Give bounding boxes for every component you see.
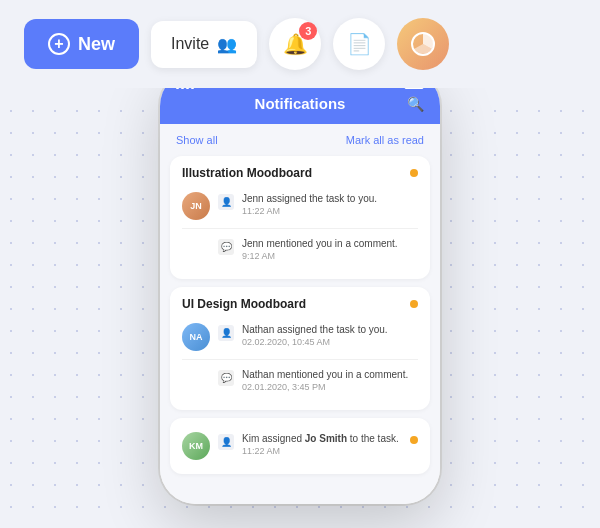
- notif-text: Nathan mentioned you in a comment.: [242, 368, 418, 381]
- notif-time: 02.01.2020, 3:45 PM: [242, 382, 418, 392]
- notification-badge: 3: [299, 22, 317, 40]
- avatar-placeholder: [182, 368, 210, 396]
- notif-text-area: Jenn assigned the task to you. 11:22 AM: [242, 192, 418, 216]
- invite-button[interactable]: Invite 👥: [151, 21, 257, 68]
- avatar-placeholder: [182, 237, 210, 265]
- show-all-link[interactable]: Show all: [176, 134, 218, 146]
- comment-icon: 💬: [218, 239, 234, 255]
- search-icon[interactable]: 🔍: [407, 96, 424, 112]
- toolbar: + New Invite 👥 🔔 3 📄: [0, 0, 600, 88]
- notif-text: Kim assigned Jo Smith to the task.: [242, 432, 402, 445]
- notif-text-area: Kim assigned Jo Smith to the task. 11:22…: [242, 432, 402, 456]
- invite-label: Invite: [171, 35, 209, 53]
- task-icon: 👤: [218, 325, 234, 341]
- notif-group-title-ui-design: UI Design Moodboard: [182, 297, 418, 311]
- notif-group-kim: KM 👤 Kim assigned Jo Smith to the task. …: [170, 418, 430, 474]
- notif-text: Jenn assigned the task to you.: [242, 192, 418, 205]
- notification-button[interactable]: 🔔 3: [269, 18, 321, 70]
- unread-dot: [410, 436, 418, 444]
- unread-dot: [410, 169, 418, 177]
- phone-nav: Notifications 🔍: [160, 89, 440, 124]
- phone-frame: ▲ Notifications ✦ 100% Notifications 🔍 S…: [160, 70, 440, 504]
- notif-divider: [182, 228, 418, 229]
- notif-text: Jenn mentioned you in a comment.: [242, 237, 418, 250]
- notif-time: 9:12 AM: [242, 251, 418, 261]
- notif-controls: Show all Mark all as read: [160, 124, 440, 152]
- comment-icon: 💬: [218, 370, 234, 386]
- notif-divider: [182, 359, 418, 360]
- task-icon: 👤: [218, 194, 234, 210]
- avatar-button[interactable]: [397, 18, 449, 70]
- notification-body: Show all Mark all as read Illustration M…: [160, 124, 440, 504]
- unread-dot: [410, 300, 418, 308]
- avatar-jenn: JN: [182, 192, 210, 220]
- document-button[interactable]: 📄: [333, 18, 385, 70]
- notif-text: Nathan assigned the task to you.: [242, 323, 418, 336]
- notif-group-ui-design: UI Design Moodboard NA 👤 Nathan assigned…: [170, 287, 430, 410]
- notif-time: 02.02.2020, 10:45 AM: [242, 337, 418, 347]
- notif-time: 11:22 AM: [242, 446, 402, 456]
- notif-time: 11:22 AM: [242, 206, 418, 216]
- avatar-kim: KM: [182, 432, 210, 460]
- notif-text-area: Jenn mentioned you in a comment. 9:12 AM: [242, 237, 418, 261]
- notif-item: KM 👤 Kim assigned Jo Smith to the task. …: [182, 428, 418, 464]
- plus-icon: +: [48, 33, 70, 55]
- notif-group-illustration: Illustration Moodboard JN 👤 Jenn assigne…: [170, 156, 430, 279]
- new-label: New: [78, 34, 115, 55]
- notif-item: NA 👤 Nathan assigned the task to you. 02…: [182, 319, 418, 355]
- invite-icon: 👥: [217, 35, 237, 54]
- notif-item: JN 👤 Jenn assigned the task to you. 11:2…: [182, 188, 418, 224]
- task-icon: 👤: [218, 434, 234, 450]
- chart-icon: [410, 31, 436, 57]
- mark-all-read-link[interactable]: Mark all as read: [346, 134, 424, 146]
- notif-group-title-illustration: Illustration Moodboard: [182, 166, 418, 180]
- notif-text-area: Nathan assigned the task to you. 02.02.2…: [242, 323, 418, 347]
- new-button[interactable]: + New: [24, 19, 139, 69]
- document-icon: 📄: [347, 32, 372, 56]
- phone-nav-title: Notifications: [255, 95, 346, 112]
- avatar-nathan: NA: [182, 323, 210, 351]
- phone-mockup: ▲ Notifications ✦ 100% Notifications 🔍 S…: [160, 70, 440, 504]
- notif-item: 💬 Nathan mentioned you in a comment. 02.…: [182, 364, 418, 400]
- notif-item: 💬 Jenn mentioned you in a comment. 9:12 …: [182, 233, 418, 269]
- notif-text-area: Nathan mentioned you in a comment. 02.01…: [242, 368, 418, 392]
